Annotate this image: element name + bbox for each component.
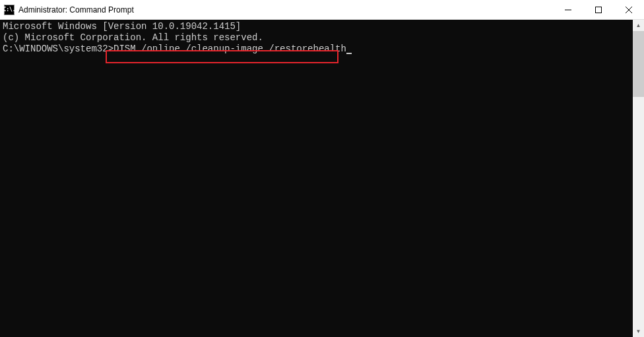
terminal-area: Microsoft Windows [Version 10.0.19042.14… (0, 20, 644, 337)
vertical-scrollbar[interactable]: ▲ ▼ (633, 20, 644, 337)
scrollbar-down-arrow-icon[interactable]: ▼ (633, 326, 644, 337)
cmd-icon: C:\. (4, 5, 15, 15)
svg-rect-1 (596, 7, 602, 13)
close-button[interactable] (614, 0, 644, 19)
terminal-prompt: C:\WINDOWS\system32> (3, 44, 113, 54)
scrollbar-thumb[interactable] (633, 31, 644, 97)
scrollbar-up-arrow-icon[interactable]: ▲ (633, 20, 644, 31)
terminal-line: Microsoft Windows [Version 10.0.19042.14… (3, 21, 630, 32)
terminal-line: (c) Microsoft Corporation. All rights re… (3, 32, 630, 44)
terminal-content[interactable]: Microsoft Windows [Version 10.0.19042.14… (0, 20, 633, 337)
terminal-command: DISM /online /cleanup-image /restoreheal… (113, 44, 346, 54)
titlebar-text: Administrator: Command Prompt (18, 5, 553, 15)
maximize-button[interactable] (583, 0, 614, 19)
cursor (346, 53, 352, 54)
terminal-prompt-line: C:\WINDOWS\system32>DISM /online /cleanu… (3, 44, 630, 55)
titlebar[interactable]: C:\. Administrator: Command Prompt (0, 0, 644, 20)
minimize-button[interactable] (553, 0, 583, 19)
window-controls (553, 0, 644, 19)
